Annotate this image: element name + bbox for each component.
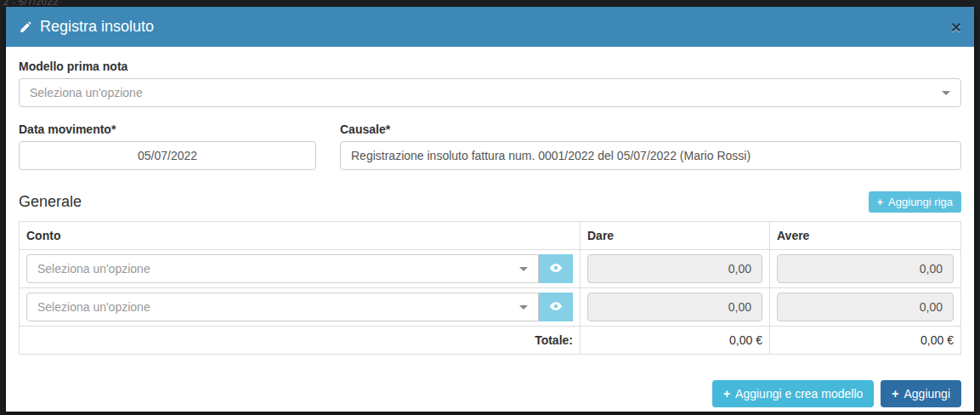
aggiungi-riga-label: Aggiungi riga bbox=[888, 196, 953, 208]
modal-header: Registra insoluto × bbox=[6, 7, 974, 47]
modal-body: Modello prima nota Seleziona un'opzione … bbox=[6, 47, 974, 367]
modello-prima-nota-select[interactable]: Seleziona un'opzione bbox=[19, 78, 961, 107]
totale-label: Totale: bbox=[20, 327, 581, 355]
data-movimento-label: Data movimento* bbox=[19, 122, 316, 136]
conto-select-placeholder: Seleziona un'opzione bbox=[37, 262, 150, 276]
eye-icon bbox=[549, 299, 563, 316]
eye-button-row1[interactable] bbox=[539, 254, 573, 283]
dare-input-row1[interactable] bbox=[587, 254, 762, 283]
modal-title-text: Registra insoluto bbox=[40, 18, 154, 36]
background-page-fragment: 2 - 5/7/2022 bbox=[3, 0, 59, 7]
column-header-avere: Avere bbox=[770, 222, 961, 250]
registra-insoluto-modal: Registra insoluto × Modello prima nota S… bbox=[6, 7, 974, 412]
chevron-down-icon bbox=[942, 91, 950, 95]
plus-icon: + bbox=[877, 196, 884, 208]
accounts-table: Conto Dare Avere Seleziona un'opzione bbox=[19, 221, 961, 355]
eye-icon bbox=[549, 261, 563, 277]
eye-button-row2[interactable] bbox=[539, 293, 573, 321]
chevron-down-icon bbox=[519, 267, 528, 271]
pencil-icon bbox=[19, 20, 32, 34]
avere-input-row2[interactable] bbox=[777, 293, 954, 321]
causale-input[interactable] bbox=[340, 141, 961, 170]
column-header-conto: Conto bbox=[20, 222, 581, 250]
avere-input-row1[interactable] bbox=[777, 254, 954, 283]
modello-prima-nota-label: Modello prima nota bbox=[19, 60, 961, 73]
chevron-down-icon bbox=[519, 305, 528, 310]
aggiungi-e-crea-modello-label: Aggiungi e crea modello bbox=[735, 387, 863, 401]
modal-title: Registra insoluto bbox=[19, 18, 154, 36]
aggiungi-riga-button[interactable]: + Aggiungi riga bbox=[869, 191, 961, 213]
conto-select-placeholder: Seleziona un'opzione bbox=[37, 300, 150, 314]
totals-row: Totale: 0,00 € 0,00 € bbox=[20, 327, 961, 355]
totale-dare-value: 0,00 € bbox=[581, 327, 770, 355]
column-header-dare: Dare bbox=[581, 222, 770, 250]
modello-select-placeholder: Seleziona un'opzione bbox=[30, 86, 143, 99]
dare-input-row2[interactable] bbox=[587, 293, 762, 321]
aggiungi-button[interactable]: + Aggiungi bbox=[881, 380, 961, 407]
conto-select-row2[interactable]: Seleziona un'opzione bbox=[26, 293, 539, 321]
plus-icon: + bbox=[892, 387, 898, 401]
table-header-row: Conto Dare Avere bbox=[20, 222, 961, 250]
data-movimento-input[interactable] bbox=[19, 141, 316, 170]
conto-select-row1[interactable]: Seleziona un'opzione bbox=[26, 254, 539, 283]
causale-label: Causale* bbox=[340, 122, 961, 136]
modal-footer: + Aggiungi e crea modello + Aggiungi bbox=[6, 367, 974, 415]
table-row: Seleziona un'opzione bbox=[20, 288, 961, 327]
totale-avere-value: 0,00 € bbox=[770, 327, 961, 355]
close-icon[interactable]: × bbox=[951, 18, 961, 36]
plus-icon: + bbox=[723, 387, 730, 401]
table-row: Seleziona un'opzione bbox=[20, 250, 961, 288]
aggiungi-e-crea-modello-button[interactable]: + Aggiungi e crea modello bbox=[712, 380, 874, 407]
aggiungi-label: Aggiungi bbox=[904, 387, 951, 401]
generale-section-title: Generale bbox=[19, 193, 82, 211]
